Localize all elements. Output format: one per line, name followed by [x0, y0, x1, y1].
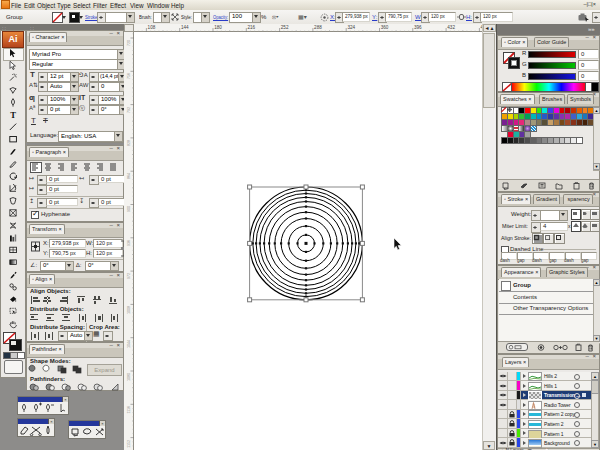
svg-text:324: 324: [347, 25, 355, 30]
svg-text:756: 756: [127, 73, 131, 79]
svg-text:900: 900: [127, 206, 131, 212]
svg-text:T: T: [10, 110, 16, 120]
svg-text:1080: 1080: [127, 373, 131, 381]
svg-text:144: 144: [181, 25, 189, 30]
svg-text:972: 972: [127, 273, 131, 279]
svg-text:288: 288: [314, 25, 322, 30]
svg-text:180: 180: [214, 25, 222, 30]
svg-text:216: 216: [248, 25, 256, 30]
svg-text:396: 396: [414, 25, 422, 30]
svg-text:1008: 1008: [127, 306, 131, 314]
svg-text:864: 864: [127, 173, 131, 179]
svg-text:1044: 1044: [127, 340, 131, 348]
svg-text:1116: 1116: [127, 406, 131, 413]
svg-text:792: 792: [127, 107, 131, 113]
svg-text:432: 432: [447, 25, 455, 30]
svg-text:720: 720: [127, 40, 131, 46]
svg-text:108: 108: [148, 25, 156, 30]
svg-text:828: 828: [127, 140, 131, 146]
svg-text:1152: 1152: [127, 440, 131, 448]
svg-text:252: 252: [281, 25, 289, 30]
svg-text:936: 936: [127, 240, 131, 246]
svg-text:360: 360: [381, 25, 389, 30]
